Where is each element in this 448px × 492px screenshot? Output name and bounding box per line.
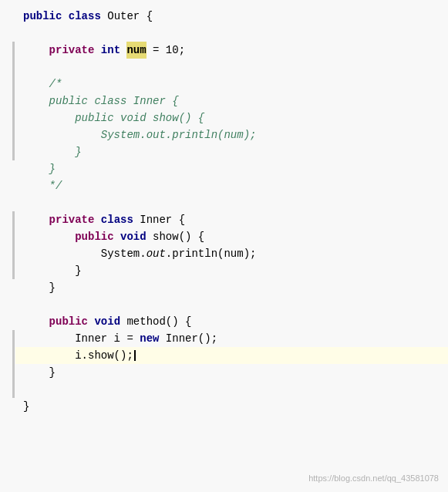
- comment-line-9: }: [23, 143, 82, 160]
- code-line-20: Inner i = new Inner();: [23, 330, 448, 347]
- watermark: https://blog.csdn.net/qq_43581078: [308, 473, 439, 483]
- kw-class-1: class: [69, 8, 107, 25]
- code-content: public class Outer { private int num = 1…: [15, 8, 448, 415]
- kw-new: new: [140, 330, 166, 347]
- code-line-2: [23, 25, 448, 42]
- code-line-23: [23, 381, 448, 398]
- kw-private-1: private: [49, 42, 101, 59]
- kw-public-2: public: [75, 228, 120, 245]
- text-out: out: [147, 245, 166, 262]
- text-cursor: [134, 350, 136, 361]
- code-line-3: private int num = 10;: [23, 42, 448, 59]
- kw-int: int: [101, 42, 127, 59]
- code-line-18: [23, 296, 448, 313]
- text-outer: Outer {: [107, 8, 153, 25]
- kw-public-1: public: [23, 8, 69, 25]
- code-line-9: }: [23, 143, 448, 160]
- code-line-24: }: [23, 398, 448, 415]
- code-line-16: }: [23, 262, 448, 279]
- code-line-13: private class Inner {: [23, 211, 448, 228]
- code-line-22: }: [23, 364, 448, 381]
- code-line-14: public void show() {: [23, 228, 448, 245]
- fold-bar-1: [12, 42, 15, 160]
- text-new-inner: Inner();: [166, 330, 217, 347]
- kw-void-1: void: [120, 228, 153, 245]
- code-line-7: public void show() {: [23, 110, 448, 126]
- code-line-15: System.out.println(num);: [23, 245, 448, 262]
- text-inner-class: Inner {: [140, 211, 185, 228]
- text-show-method: show() {: [153, 228, 204, 245]
- code-line-19: public void method() {: [23, 313, 448, 330]
- var-num: num: [126, 42, 146, 59]
- kw-void-2: void: [94, 313, 126, 330]
- code-line-12: [23, 194, 448, 211]
- comment-close: */: [49, 177, 62, 194]
- code-editor: public class Outer { private int num = 1…: [0, 0, 448, 492]
- text-method: method() {: [126, 313, 191, 330]
- fold-bar-2: [12, 211, 15, 279]
- comment-line-7: public void show() {: [23, 110, 204, 126]
- fold-bar-3: [12, 330, 15, 398]
- comment-line-8: System.out.println(num);: [23, 126, 256, 143]
- comment-line-6: public class Inner {: [23, 93, 179, 110]
- kw-class-2: class: [101, 211, 140, 228]
- code-line-17: }: [23, 279, 448, 296]
- code-line-4: [23, 59, 448, 76]
- code-line-10: }: [23, 160, 448, 177]
- text-outer-close: }: [23, 398, 29, 415]
- code-line-8: System.out.println(num);: [23, 126, 448, 143]
- code-line-21-highlighted: i.show();: [15, 347, 448, 364]
- code-line-11: */: [23, 177, 448, 194]
- kw-public-3: public: [49, 313, 95, 330]
- comment-line-10: }: [23, 160, 56, 177]
- kw-private-2: private: [49, 211, 101, 228]
- code-line-1: public class Outer {: [23, 8, 448, 25]
- comment-open: /*: [49, 76, 62, 93]
- code-line-5: /*: [23, 76, 448, 93]
- code-line-6: public class Inner {: [23, 93, 448, 110]
